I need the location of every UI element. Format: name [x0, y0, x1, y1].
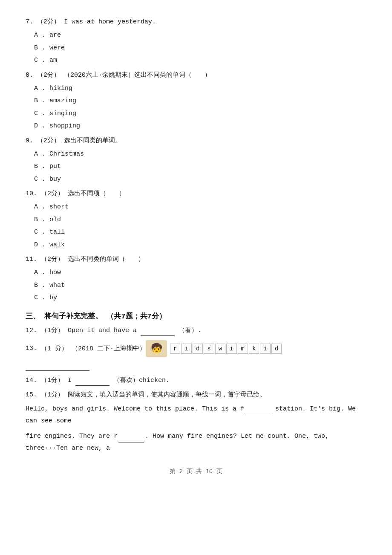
q14-number: 14.	[26, 377, 37, 384]
q11-points: （2分）	[41, 256, 64, 263]
q15-title: 15. （1分） 阅读短文，填入适当的单词，使其内容通顺，每线一词，首字母已给。	[26, 390, 366, 400]
q10-option-a: A . short	[34, 202, 366, 213]
q7-option-a-text: are	[49, 32, 61, 39]
section3-label: 三、	[26, 312, 40, 321]
word-box-k: k	[249, 344, 259, 354]
q7-text: I was at home yesterday.	[64, 18, 156, 26]
q8-option-d: D . shopping	[34, 121, 366, 132]
q8-option-a-text: hiking	[49, 85, 72, 92]
q10-number: 10.	[26, 190, 37, 197]
para-text1: Hello, boys and girls. Welcome to this p…	[26, 405, 244, 413]
q10-option-d-text: walk	[49, 241, 65, 249]
question-10: 10. （2分） 选出不同项（ ） A . short B . old C . …	[26, 189, 366, 250]
q13-character-image: 🧒	[146, 340, 167, 357]
q9-option-c: C . buy	[34, 174, 366, 185]
q8-number: 8.	[26, 72, 33, 79]
q8-option-c: C . singing	[34, 108, 366, 119]
question-9: 9. （2分） 选出不同类的单词。 A . Christmas B . put …	[26, 136, 366, 185]
q14-title: 14. （1分） I （喜欢）chicken.	[26, 375, 366, 386]
q7-option-b-letter: B .	[34, 44, 46, 52]
question-7: 7. （2分） I was at home yesterday. A . are…	[26, 17, 366, 66]
q10-option-d: D . walk	[34, 240, 366, 251]
q14-text-before: I	[68, 377, 72, 384]
q7-points: （2分）	[37, 18, 60, 26]
para-text3: fire engines. They are r	[26, 433, 118, 440]
question-11: 11. （2分） 选出不同类的单词（ ） A . how B . what C …	[26, 254, 366, 304]
q11-option-a-text: how	[49, 269, 61, 276]
q13-number: 13.	[26, 345, 37, 352]
q9-option-b-text: put	[49, 163, 61, 170]
word-box-d2: d	[271, 344, 282, 354]
q7-option-b: B . were	[34, 43, 366, 54]
q15-number: 15.	[26, 391, 37, 399]
question-15: 15. （1分） 阅读短文，填入适当的单词，使其内容通顺，每线一词，首字母已给。…	[26, 390, 366, 455]
footer-text: 第 2 页 共 10 页	[170, 468, 222, 475]
q13-prefix: （2018 二下·上海期中）	[72, 344, 146, 353]
q14-text-middle: （喜欢）chicken.	[113, 377, 170, 384]
q10-points: （2分）	[41, 190, 64, 197]
q12-blank[interactable]	[141, 325, 175, 336]
section3-title: 将句子补充完整。	[44, 312, 102, 321]
q11-option-b-text: what	[49, 282, 65, 289]
q7-option-c-letter: C .	[34, 57, 46, 64]
q12-number: 12.	[26, 327, 37, 334]
q11-number: 11.	[26, 256, 37, 263]
q7-option-b-text: were	[49, 44, 65, 52]
q15-paragraph2: fire engines. They are r . How many fire…	[26, 430, 366, 455]
q9-number: 9.	[26, 137, 33, 145]
para-blank1[interactable]	[245, 403, 271, 416]
word-box-i3: i	[260, 344, 270, 354]
q13-row: 13. （1 分） （2018 二下·上海期中） 🧒 r i d s w i m…	[26, 340, 366, 357]
q8-option-c-text: singing	[49, 110, 76, 117]
word-box-d: d	[193, 344, 203, 354]
q11-option-b: B . what	[34, 280, 366, 291]
page-footer: 第 2 页 共 10 页	[26, 468, 366, 475]
q7-option-c-text: am	[49, 57, 57, 64]
q11-option-a: A . how	[34, 267, 366, 278]
q14-blank[interactable]	[75, 375, 110, 386]
para-blank2[interactable]	[118, 430, 144, 443]
question-12: 12. （1分） Open it and have a （看）.	[26, 325, 366, 336]
section3-subtitle: （共7题；共7分）	[107, 312, 166, 321]
word-box-r: r	[170, 344, 180, 354]
question-8: 8. （2分） （2020六上·余姚期末）选出不同类的单词（ ） A . hik…	[26, 70, 366, 132]
q8-option-a: A . hiking	[34, 83, 366, 94]
q9-option-b: B . put	[34, 161, 366, 172]
q8-option-b: B . amazing	[34, 95, 366, 107]
q8-option-b-text: amazing	[49, 97, 76, 104]
word-box-i2: i	[226, 344, 236, 354]
q7-option-a-letter: A .	[34, 32, 46, 39]
q9-option-a-text: Christmas	[49, 150, 84, 158]
word-box-w: w	[215, 344, 225, 354]
word-box-i1: i	[181, 344, 191, 354]
q11-option-c: C . by	[34, 292, 366, 304]
q10-option-b: B . old	[34, 214, 366, 225]
q10-option-c-text: tall	[49, 228, 65, 236]
q12-text-after: （看）.	[179, 327, 202, 334]
q15-instruction: 阅读短文，填入适当的单词，使其内容通顺，每线一词，首字母已给。	[68, 391, 266, 399]
q12-points: （1分）	[41, 327, 64, 334]
q10-option-c: C . tall	[34, 227, 366, 238]
q11-title: 11. （2分） 选出不同类的单词（ ）	[26, 254, 366, 265]
q8-title: 8. （2分） （2020六上·余姚期末）选出不同类的单词（ ）	[26, 70, 366, 81]
q8-points: （2分）	[37, 72, 60, 79]
q9-text: 选出不同类的单词。	[64, 137, 121, 145]
q10-text: 选出不同项（ ）	[68, 190, 125, 197]
q13-points: （1 分）	[41, 344, 68, 353]
q15-paragraph1: Hello, boys and girls. Welcome to this p…	[26, 403, 366, 428]
section3-header: 三、 将句子补充完整。 （共7题；共7分）	[26, 311, 366, 321]
q8-text: （2020六上·余姚期末）选出不同类的单词（ ）	[64, 72, 211, 79]
q7-option-c: C . am	[34, 55, 366, 66]
q7-option-a: A . are	[34, 30, 366, 41]
q10-option-b-text: old	[49, 216, 61, 223]
q13-answer-area	[26, 361, 366, 371]
q8-option-d-text: shopping	[49, 122, 80, 130]
q14-points: （1分）	[41, 377, 64, 384]
question-13: 13. （1 分） （2018 二下·上海期中） 🧒 r i d s w i m…	[26, 340, 366, 371]
q9-option-c-text: buy	[49, 176, 61, 183]
q9-title: 9. （2分） 选出不同类的单词。	[26, 136, 366, 146]
q7-title: 7. （2分） I was at home yesterday.	[26, 17, 366, 27]
q13-answer-line[interactable]	[26, 363, 89, 371]
q11-option-c-text: by	[49, 294, 57, 301]
q9-points: （2分）	[37, 137, 60, 145]
